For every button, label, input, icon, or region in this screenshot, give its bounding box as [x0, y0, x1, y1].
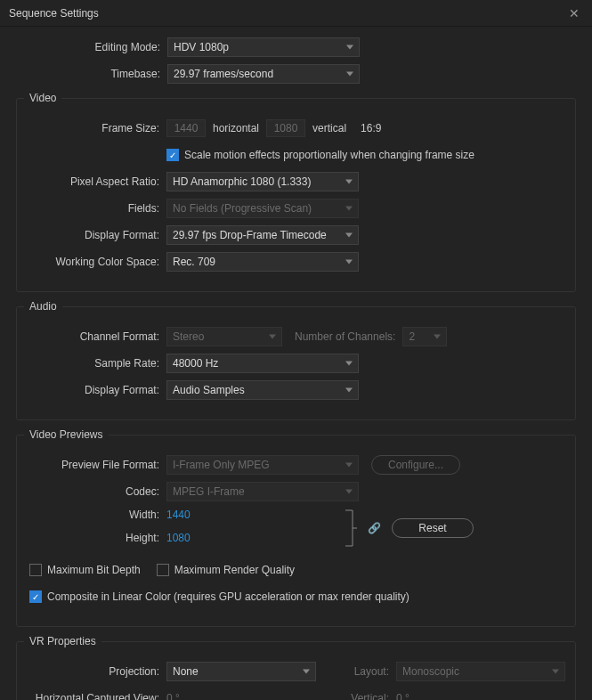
par-label: Pixel Aspect Ratio: — [29, 175, 166, 188]
sample-rate-value: 48000 Hz — [173, 357, 218, 370]
frame-width-input — [166, 119, 206, 137]
preview-height-value[interactable]: 1080 — [166, 532, 191, 544]
chevron-down-icon — [345, 362, 353, 366]
par-value: HD Anamorphic 1080 (1.333) — [173, 175, 311, 188]
hcv-label: Horizontal Captured View: — [29, 692, 166, 700]
channel-format-label: Channel Format: — [29, 330, 166, 343]
chevron-down-icon — [346, 45, 353, 50]
check-icon: ✓ — [169, 151, 176, 160]
link-icon[interactable]: 🔗 — [368, 522, 381, 534]
timebase-label: Timebase: — [16, 68, 167, 80]
projection-select[interactable]: None — [166, 662, 316, 681]
max-render-quality-checkbox[interactable] — [157, 564, 169, 576]
chevron-down-icon — [345, 463, 353, 468]
dialog-content: Editing Mode: HDV 1080p Timebase: 29.97 … — [0, 27, 592, 700]
preview-width-label: Width: — [29, 509, 166, 521]
channel-format-value: Stereo — [173, 330, 204, 343]
frame-size-label: Frame Size: — [29, 122, 166, 134]
vertical-text: vertical — [312, 122, 346, 134]
codec-value: MPEG I-Frame — [173, 485, 245, 498]
pff-select: I-Frame Only MPEG — [166, 455, 359, 475]
audio-display-format-select[interactable]: Audio Samples — [166, 380, 359, 400]
chevron-down-icon — [345, 388, 353, 393]
wcs-value: Rec. 709 — [173, 256, 215, 268]
sample-rate-label: Sample Rate: — [29, 357, 166, 370]
video-section: Video Frame Size: horizontal vertical 16… — [16, 98, 576, 292]
video-display-format-select[interactable]: 29.97 fps Drop-Frame Timecode — [166, 225, 359, 245]
pff-label: Preview File Format: — [29, 459, 166, 471]
preview-width-value[interactable]: 1440 — [166, 509, 191, 521]
layout-label: Layout: — [316, 665, 396, 678]
fields-select: No Fields (Progressive Scan) — [166, 199, 359, 218]
hcv-value: 0 ° — [166, 692, 180, 700]
chevron-down-icon — [345, 260, 353, 265]
timebase-value: 29.97 frames/second — [174, 68, 273, 80]
num-channels-select: 2 — [402, 327, 447, 346]
chevron-down-icon — [303, 670, 310, 674]
video-section-title: Video — [24, 92, 61, 104]
max-bit-depth-label: Maximum Bit Depth — [47, 564, 141, 576]
previews-section: Video Previews Preview File Format: I-Fr… — [16, 435, 576, 627]
fields-value: No Fields (Progressive Scan) — [173, 202, 312, 215]
wcs-label: Working Color Space: — [29, 256, 166, 268]
pff-value: I-Frame Only MPEG — [173, 459, 270, 471]
editing-mode-value: HDV 1080p — [174, 41, 229, 53]
chevron-down-icon — [346, 72, 353, 77]
vr-section: VR Properties Projection: None Horizonta… — [16, 641, 576, 700]
sample-rate-select[interactable]: 48000 Hz — [166, 354, 359, 373]
scale-motion-checkbox[interactable]: ✓ — [166, 149, 179, 161]
audio-section-title: Audio — [24, 300, 62, 313]
video-display-format-value: 29.97 fps Drop-Frame Timecode — [173, 229, 327, 241]
window-title: Sequence Settings — [9, 7, 565, 20]
configure-button: Configure... — [371, 455, 460, 475]
num-channels-label: Number of Channels: — [295, 330, 402, 343]
video-display-format-label: Display Format: — [29, 229, 166, 241]
chevron-down-icon — [345, 207, 353, 211]
scale-motion-label: Scale motion effects proportionally when… — [184, 149, 474, 161]
codec-label: Codec: — [29, 485, 166, 498]
editing-mode-label: Editing Mode: — [16, 41, 167, 53]
audio-section: Audio Channel Format: Stereo Number of C… — [16, 306, 576, 420]
frame-height-input — [266, 119, 305, 137]
composite-linear-label: Composite in Linear Color (requires GPU … — [47, 590, 410, 603]
max-bit-depth-checkbox[interactable] — [29, 564, 42, 576]
par-select[interactable]: HD Anamorphic 1080 (1.333) — [166, 172, 359, 191]
previews-section-title: Video Previews — [24, 428, 109, 441]
layout-select: Monoscopic — [396, 662, 565, 681]
reset-button[interactable]: Reset — [392, 518, 474, 538]
aspect-text: 16:9 — [361, 122, 381, 134]
layout-value: Monoscopic — [402, 665, 459, 678]
codec-select: MPEG I-Frame — [166, 482, 359, 501]
fields-label: Fields: — [29, 202, 166, 215]
editing-mode-select[interactable]: HDV 1080p — [167, 37, 360, 57]
vr-vertical-value: 0 ° — [396, 692, 410, 700]
vr-section-title: VR Properties — [24, 635, 101, 647]
chevron-down-icon — [269, 335, 276, 339]
chevron-down-icon — [345, 233, 353, 238]
horizontal-text: horizontal — [213, 122, 259, 134]
channel-format-select: Stereo — [166, 327, 282, 346]
chevron-down-icon — [345, 180, 353, 184]
close-icon[interactable]: ✕ — [565, 6, 583, 20]
projection-value: None — [173, 665, 199, 678]
audio-display-format-value: Audio Samples — [173, 384, 245, 396]
preview-height-label: Height: — [29, 532, 166, 544]
max-render-quality-label: Maximum Render Quality — [174, 564, 295, 576]
timebase-select[interactable]: 29.97 frames/second — [167, 64, 360, 84]
chevron-down-icon — [434, 335, 441, 339]
chevron-down-icon — [345, 490, 353, 494]
link-bracket-icon — [345, 509, 357, 548]
num-channels-value: 2 — [409, 330, 415, 343]
check-icon: ✓ — [32, 592, 39, 602]
composite-linear-checkbox[interactable]: ✓ — [29, 590, 42, 603]
projection-label: Projection: — [29, 665, 166, 678]
titlebar: Sequence Settings ✕ — [0, 0, 592, 27]
chevron-down-icon — [552, 670, 559, 674]
vr-vertical-label: Vertical: — [316, 692, 396, 700]
audio-display-format-label: Display Format: — [29, 384, 166, 396]
wcs-select[interactable]: Rec. 709 — [166, 252, 359, 272]
